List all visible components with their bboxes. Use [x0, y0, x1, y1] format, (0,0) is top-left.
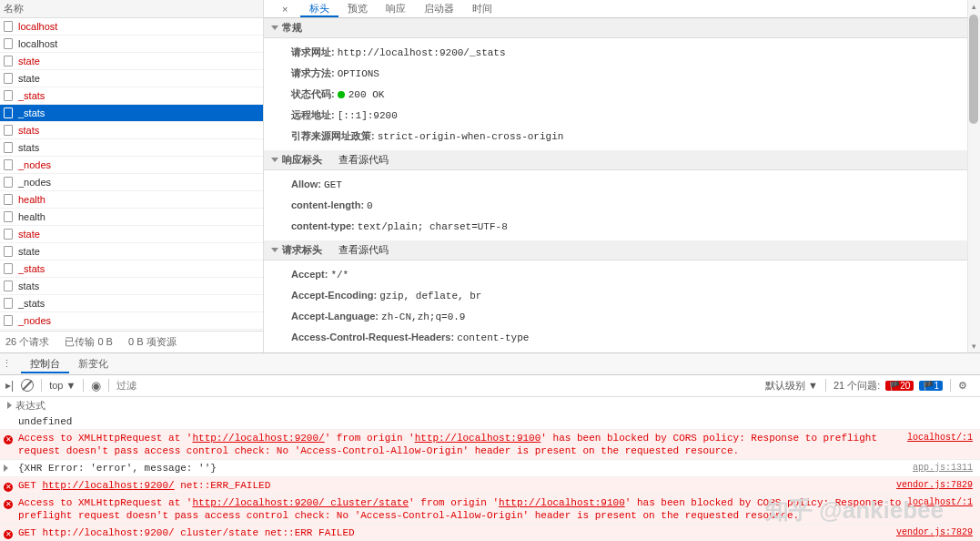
document-icon — [4, 73, 13, 84]
expand-icon — [7, 402, 12, 409]
document-icon — [4, 56, 13, 66]
document-icon — [4, 211, 13, 222]
document-icon — [4, 177, 13, 188]
error-icon: ✕ — [4, 500, 13, 509]
request-item[interactable]: _stats — [0, 295, 263, 312]
source-link[interactable]: localhost/:1 — [907, 496, 973, 509]
log-level-selector[interactable]: 默认级别 ▼ — [765, 379, 818, 393]
request-item[interactable]: localhost — [0, 36, 263, 53]
request-item[interactable]: _stats — [0, 87, 263, 105]
request-item[interactable]: _stats — [0, 260, 263, 278]
sidebar-header: 名称 — [0, 0, 263, 18]
console-filter-input[interactable] — [116, 380, 758, 391]
drawer-tab[interactable]: 控制台 — [21, 355, 69, 373]
header-row: Access-Control-Request-Headers: content-… — [264, 327, 980, 348]
header-row: 请求网址: http://localhost:9200/_stats — [264, 42, 980, 63]
request-item[interactable]: _stats — [0, 105, 263, 122]
request-item[interactable]: _nodes — [0, 174, 263, 191]
detail-tab[interactable]: 响应 — [377, 1, 415, 15]
request-label: localhost — [18, 38, 57, 49]
header-row: 远程地址: [::1]:9200 — [264, 105, 980, 126]
detail-tab[interactable]: 时间 — [463, 1, 501, 15]
request-item[interactable]: state — [0, 243, 263, 260]
source-link[interactable]: vendor.js:7829 — [896, 526, 973, 539]
context-selector[interactable]: top ▼ — [49, 380, 76, 391]
section-header[interactable]: 请求标头查看源代码 — [264, 240, 980, 260]
settings-icon[interactable]: ⚙ — [958, 380, 967, 392]
scroll-up-icon[interactable]: ▴ — [967, 0, 980, 13]
header-row: Accept-Language: zh-CN,zh;q=0.9 — [264, 306, 980, 327]
request-item[interactable]: stats — [0, 278, 263, 295]
console-toolbar: ▸| top ▼ ◉ 默认级别 ▼ 21 个问题: 🏴 20 🏴 1 ⚙ — [0, 375, 980, 397]
view-source-link[interactable]: 查看源代码 — [338, 243, 389, 257]
request-item[interactable]: health — [0, 330, 263, 331]
document-icon — [4, 107, 13, 118]
source-link[interactable]: localhost/:1 — [907, 432, 973, 444]
document-icon — [4, 298, 13, 309]
request-item[interactable]: _nodes — [0, 157, 263, 174]
request-item[interactable]: _nodes — [0, 312, 263, 330]
source-link[interactable]: app.js:1311 — [913, 462, 973, 475]
request-item[interactable]: stats — [0, 139, 263, 157]
request-item[interactable]: localhost — [0, 18, 263, 36]
error-icon: ✕ — [4, 483, 13, 492]
console-entry[interactable]: ✕vendor.js:7829GET http://localhost:9200… — [0, 477, 980, 495]
document-icon — [4, 21, 13, 32]
detail-tab[interactable]: 标头 — [300, 1, 338, 17]
scroll-down-icon[interactable]: ▾ — [967, 340, 980, 352]
drawer-menu-icon[interactable]: ⋮ — [2, 358, 12, 370]
console-entry[interactable]: ✕localhost/:1Access to XMLHttpRequest at… — [0, 430, 980, 460]
document-icon — [4, 315, 13, 326]
clear-console-icon[interactable] — [21, 379, 34, 392]
request-item[interactable]: health — [0, 209, 263, 226]
scrollbar[interactable]: ▴ ▾ — [967, 0, 980, 352]
header-row: 请求方法: OPTIONS — [264, 63, 980, 84]
request-label: health — [18, 194, 45, 205]
detail-tab[interactable]: 启动器 — [415, 1, 463, 15]
issues-summary[interactable]: 21 个问题: 🏴 20 🏴 1 — [834, 379, 943, 393]
console-entry[interactable]: ✕vendor.js:7829GET http://localhost:9200… — [0, 525, 980, 541]
header-row: 引荐来源网址政策: strict-origin-when-cross-origi… — [264, 126, 980, 147]
document-icon — [4, 159, 13, 170]
request-label: state — [18, 56, 40, 66]
status-dot-icon — [338, 91, 345, 98]
document-icon — [4, 229, 13, 240]
document-icon — [4, 142, 13, 153]
request-label: _stats — [18, 90, 45, 101]
console-entry[interactable]: ✕localhost/:1Access to XMLHttpRequest at… — [0, 495, 980, 525]
request-item[interactable]: health — [0, 191, 263, 209]
close-icon[interactable]: × — [282, 4, 288, 15]
document-icon — [4, 263, 13, 274]
request-item[interactable]: state — [0, 53, 263, 70]
section-header[interactable]: 响应标头查看源代码 — [264, 150, 980, 170]
header-row: 状态代码: 200 OK — [264, 84, 980, 105]
request-label: stats — [18, 142, 39, 153]
expression-row[interactable]: 表达式 — [0, 397, 980, 414]
request-label: localhost — [18, 21, 57, 32]
section-header[interactable]: 常规 — [264, 18, 980, 38]
document-icon — [4, 194, 13, 205]
drawer-tab[interactable]: 新变化 — [69, 355, 117, 372]
expand-icon — [4, 464, 8, 472]
request-item[interactable]: state — [0, 70, 263, 87]
live-expression-icon[interactable]: ◉ — [91, 379, 101, 393]
scroll-thumb[interactable] — [969, 15, 978, 124]
error-icon: ✕ — [4, 530, 13, 539]
toggle-sidebar-icon[interactable]: ▸| — [5, 379, 14, 392]
console-entry[interactable]: app.js:1311{XHR Error: 'error', message:… — [0, 460, 980, 477]
request-count: 26 个请求 — [5, 336, 49, 347]
request-label: health — [18, 211, 45, 222]
request-label: _stats — [18, 263, 45, 274]
request-label: stats — [18, 125, 39, 136]
request-label: _nodes — [18, 315, 51, 326]
request-item[interactable]: stats — [0, 122, 263, 139]
request-item[interactable]: state — [0, 226, 263, 243]
request-label: _stats — [18, 298, 45, 309]
request-label: _nodes — [18, 159, 51, 170]
source-link[interactable]: vendor.js:7829 — [896, 479, 973, 492]
error-count-badge: 🏴 20 — [885, 381, 914, 391]
document-icon — [4, 246, 13, 257]
header-row: Access-Control-Request-Method: GET — [264, 348, 980, 352]
view-source-link[interactable]: 查看源代码 — [338, 153, 389, 167]
detail-tab[interactable]: 预览 — [338, 1, 377, 15]
